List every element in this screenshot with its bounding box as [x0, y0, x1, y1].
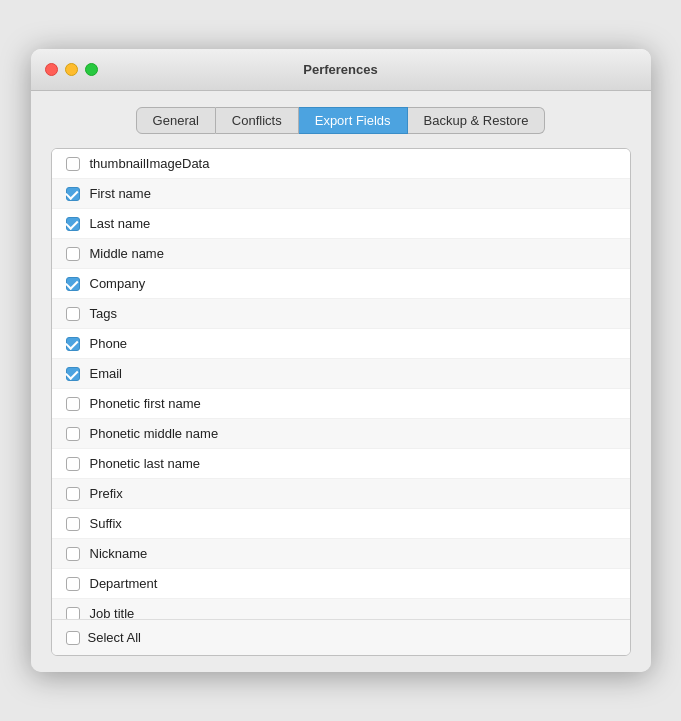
tab-bar: General Conflicts Export Fields Backup &… [51, 107, 631, 134]
select-all-checkbox[interactable] [66, 631, 80, 645]
fields-list[interactable]: thumbnailImageDataFirst nameLast nameMid… [52, 149, 630, 619]
checkbox-phonetic-last-name[interactable] [66, 457, 80, 471]
tab-export-fields[interactable]: Export Fields [299, 107, 408, 134]
checkbox-tags[interactable] [66, 307, 80, 321]
checkbox-last-name[interactable] [66, 217, 80, 231]
label-phonetic-first-name: Phonetic first name [90, 396, 201, 411]
checkbox-phonetic-middle-name[interactable] [66, 427, 80, 441]
close-button[interactable] [45, 63, 58, 76]
traffic-lights [45, 63, 98, 76]
label-department: Department [90, 576, 158, 591]
checkbox-phonetic-first-name[interactable] [66, 397, 80, 411]
label-thumbnailImageData: thumbnailImageData [90, 156, 210, 171]
list-item[interactable]: Phone [52, 329, 630, 359]
checkbox-department[interactable] [66, 577, 80, 591]
checkbox-phone[interactable] [66, 337, 80, 351]
list-item[interactable]: Suffix [52, 509, 630, 539]
checkbox-suffix[interactable] [66, 517, 80, 531]
list-item[interactable]: Job title [52, 599, 630, 619]
list-item[interactable]: Phonetic first name [52, 389, 630, 419]
maximize-button[interactable] [85, 63, 98, 76]
list-item[interactable]: Company [52, 269, 630, 299]
list-item[interactable]: Prefix [52, 479, 630, 509]
tab-general[interactable]: General [136, 107, 216, 134]
checkbox-job-title[interactable] [66, 607, 80, 620]
window-body: General Conflicts Export Fields Backup &… [31, 91, 651, 672]
content-area: thumbnailImageDataFirst nameLast nameMid… [51, 148, 631, 656]
window-title: Perferences [303, 62, 377, 77]
checkbox-company[interactable] [66, 277, 80, 291]
label-nickname: Nickname [90, 546, 148, 561]
checkbox-email[interactable] [66, 367, 80, 381]
checkbox-middle-name[interactable] [66, 247, 80, 261]
minimize-button[interactable] [65, 63, 78, 76]
tab-backup-restore[interactable]: Backup & Restore [408, 107, 546, 134]
checkbox-first-name[interactable] [66, 187, 80, 201]
label-phone: Phone [90, 336, 128, 351]
list-item[interactable]: thumbnailImageData [52, 149, 630, 179]
label-email: Email [90, 366, 123, 381]
list-item[interactable]: Phonetic last name [52, 449, 630, 479]
tab-conflicts[interactable]: Conflicts [216, 107, 299, 134]
list-item[interactable]: Phonetic middle name [52, 419, 630, 449]
list-item[interactable]: Email [52, 359, 630, 389]
list-item[interactable]: Department [52, 569, 630, 599]
label-job-title: Job title [90, 606, 135, 619]
checkbox-prefix[interactable] [66, 487, 80, 501]
list-item[interactable]: Tags [52, 299, 630, 329]
list-item[interactable]: Last name [52, 209, 630, 239]
list-item[interactable]: Nickname [52, 539, 630, 569]
list-item[interactable]: Middle name [52, 239, 630, 269]
label-tags: Tags [90, 306, 117, 321]
select-all-label[interactable]: Select All [88, 630, 141, 645]
label-company: Company [90, 276, 146, 291]
label-phonetic-last-name: Phonetic last name [90, 456, 201, 471]
title-bar: Perferences [31, 49, 651, 91]
label-prefix: Prefix [90, 486, 123, 501]
label-first-name: First name [90, 186, 151, 201]
label-middle-name: Middle name [90, 246, 164, 261]
checkbox-nickname[interactable] [66, 547, 80, 561]
label-last-name: Last name [90, 216, 151, 231]
checkbox-thumbnailImageData[interactable] [66, 157, 80, 171]
list-item[interactable]: First name [52, 179, 630, 209]
preferences-window: Perferences General Conflicts Export Fie… [31, 49, 651, 672]
label-phonetic-middle-name: Phonetic middle name [90, 426, 219, 441]
label-suffix: Suffix [90, 516, 122, 531]
footer: Select All [52, 619, 630, 655]
